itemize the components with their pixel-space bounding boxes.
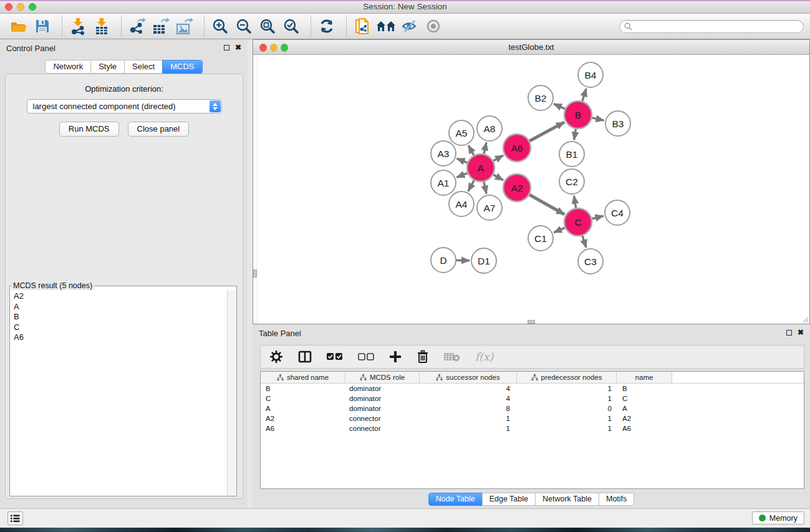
network-home-button[interactable] <box>376 16 396 36</box>
resize-grip-icon[interactable] <box>801 315 809 323</box>
mcds-result-item[interactable]: A6 <box>11 332 226 343</box>
vertical-scrollbar-track[interactable] <box>253 55 258 324</box>
edge-A-A3[interactable] <box>456 158 467 163</box>
table-panel: Table Panel ✖ <box>253 324 810 508</box>
tab-mcds[interactable]: MCDS <box>162 60 202 74</box>
edge-B-B3[interactable] <box>592 118 604 120</box>
close-table-panel-icon[interactable]: ✖ <box>798 329 804 336</box>
table-row[interactable]: A6connector11A6 <box>261 423 804 433</box>
table-cell: A <box>261 405 345 412</box>
zoom-selected-button[interactable] <box>281 16 301 36</box>
export-network-icon <box>128 17 146 35</box>
export-network-button[interactable] <box>127 16 147 36</box>
edge-A-A1[interactable] <box>456 173 467 178</box>
edge-C-C2[interactable] <box>574 196 576 208</box>
table-tab-node-table[interactable]: Node Table <box>428 493 483 506</box>
show-graphics-details-button[interactable] <box>423 16 443 36</box>
delete-columns-button[interactable] <box>417 350 429 364</box>
mcds-result-item[interactable]: C <box>11 322 226 333</box>
open-session-button[interactable] <box>9 16 29 36</box>
edge-A-A6[interactable] <box>493 155 503 161</box>
table-cell: 0 <box>517 405 617 412</box>
edge-A-A4[interactable] <box>468 180 474 191</box>
node-label-C4: C4 <box>611 208 624 218</box>
edge-A-A2[interactable] <box>493 175 503 180</box>
column-header-predecessor-nodes[interactable]: predecessor nodes <box>517 372 617 383</box>
import-table-button[interactable] <box>92 16 112 36</box>
float-table-panel-icon[interactable] <box>786 330 792 336</box>
mcds-result-item[interactable]: B <box>11 312 226 322</box>
column-header-shared-name[interactable]: shared name <box>261 372 345 383</box>
vertical-scrollbar-thumb[interactable] <box>253 269 257 278</box>
column-header-successor-nodes[interactable]: successor nodes <box>420 372 517 383</box>
select-all-columns-button[interactable] <box>327 353 343 360</box>
search-field[interactable] <box>619 20 804 33</box>
save-session-button[interactable] <box>32 16 52 36</box>
deselect-all-columns-button[interactable] <box>358 353 374 360</box>
table-row[interactable]: Bdominator41B <box>261 384 804 394</box>
mcds-result-item[interactable]: A2 <box>11 291 226 302</box>
column-header-MCDS-role[interactable]: MCDS role <box>345 372 420 383</box>
zoom-in-icon <box>212 18 228 34</box>
edge-B-B1[interactable] <box>574 129 576 140</box>
edge-B-B2[interactable] <box>554 104 565 109</box>
close-panel-icon[interactable]: ✖ <box>235 44 241 51</box>
control-panel-title: Control Panel <box>6 44 55 53</box>
edge-B-B4[interactable] <box>582 89 586 101</box>
search-input[interactable] <box>632 21 803 32</box>
edge-A-A7[interactable] <box>484 181 486 193</box>
close-panel-button[interactable]: Close panel <box>128 122 190 137</box>
memory-button[interactable]: Memory <box>752 511 804 525</box>
zoom-fit-button[interactable] <box>258 16 277 36</box>
function-builder-button[interactable]: f(x) <box>475 351 493 363</box>
mcds-result-item[interactable]: A <box>11 302 226 312</box>
criterion-dropdown[interactable]: largest connected component (directed) <box>27 99 222 114</box>
run-mcds-button[interactable]: Run MCDS <box>59 122 119 137</box>
table-row[interactable]: Adominator80A <box>261 404 804 414</box>
import-network-button[interactable] <box>68 16 88 36</box>
show-columns-button[interactable] <box>298 351 312 363</box>
delete-table-button[interactable] <box>444 352 460 362</box>
edge-A-A5[interactable] <box>468 145 474 155</box>
session-title: Session: New Session <box>0 2 810 11</box>
zoom-out-button[interactable] <box>234 16 254 36</box>
task-history-button[interactable] <box>7 511 23 525</box>
edge-C-C3[interactable] <box>582 236 586 248</box>
edge-C-C4[interactable] <box>592 216 603 218</box>
column-header-name[interactable]: name <box>617 372 672 383</box>
zoom-in-button[interactable] <box>210 16 230 36</box>
column-header-label: successor nodes <box>446 374 499 381</box>
export-image-button[interactable] <box>175 16 195 36</box>
node-label-C2: C2 <box>566 177 578 187</box>
duplicate-network-button[interactable] <box>352 16 372 36</box>
hide-graphics-details-button[interactable] <box>400 16 420 36</box>
edge-C-C1[interactable] <box>554 228 565 233</box>
table-row[interactable]: A2connector11A2 <box>261 414 804 423</box>
node-label-D1: D1 <box>478 256 490 266</box>
table-tab-motifs[interactable]: Motifs <box>599 493 634 506</box>
table-tab-network-table[interactable]: Network Table <box>535 493 599 506</box>
tab-select[interactable]: Select <box>124 60 163 74</box>
node-label-C3: C3 <box>584 256 597 267</box>
apply-layout-button[interactable] <box>317 16 337 36</box>
edge-A2-C[interactable] <box>529 195 564 215</box>
save-floppy-icon <box>35 19 50 34</box>
table-cell: C <box>261 395 345 402</box>
table-tab-edge-table[interactable]: Edge Table <box>482 493 536 506</box>
mcds-result-scrollbar[interactable] <box>227 290 236 496</box>
table-row[interactable]: Cdominator41C <box>261 394 804 404</box>
network-canvas[interactable]: B4B2BB3A5A8A6A3B1AC2A1A2A4A7C4CC1C3DD1 <box>253 55 809 324</box>
float-panel-icon[interactable] <box>224 45 229 51</box>
edge-A-A8[interactable] <box>484 142 486 153</box>
table-settings-button[interactable] <box>269 350 283 364</box>
dropdown-stepper-icon <box>210 100 221 112</box>
desktop-wallpaper-strip <box>0 528 810 532</box>
edge-A6-B[interactable] <box>529 122 564 141</box>
node-table: shared nameMCDS rolesuccessor nodesprede… <box>260 371 804 489</box>
horizontal-scrollbar-thumb[interactable] <box>528 320 535 324</box>
create-column-button[interactable] <box>389 351 402 363</box>
export-table-button[interactable] <box>151 16 171 36</box>
tab-network[interactable]: Network <box>45 60 91 74</box>
table-cell: dominator <box>345 385 420 392</box>
tab-style[interactable]: Style <box>90 60 125 74</box>
